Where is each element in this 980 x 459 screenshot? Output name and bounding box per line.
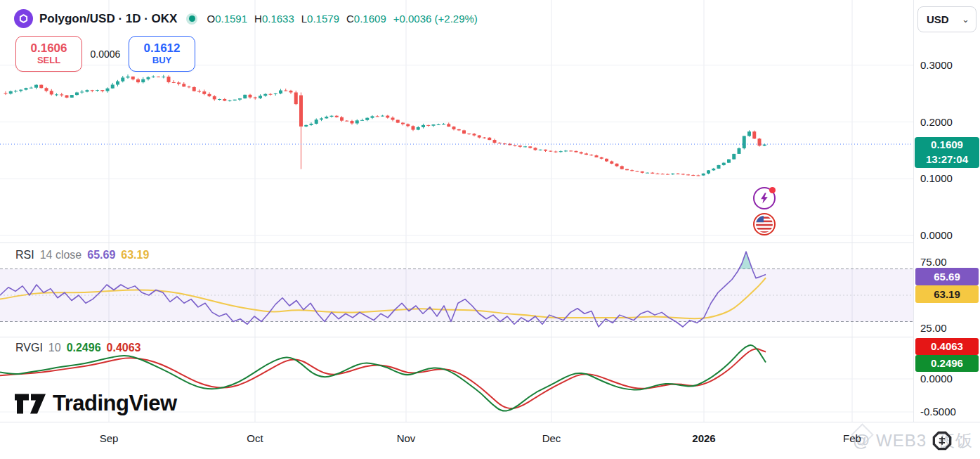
time-axis-label: Sep (100, 432, 119, 444)
candle-body (478, 136, 481, 138)
candle-body (651, 173, 654, 174)
candle-body (417, 127, 420, 130)
candle-body (91, 90, 94, 91)
price-axis[interactable]: USD ⌄ 0.30000.20000.10000.000075.0025.00… (913, 0, 980, 422)
candle-body (340, 117, 344, 121)
rvgi-value: 0.2496 (67, 342, 101, 354)
candle-body (50, 91, 53, 94)
candle-body (732, 154, 736, 160)
tradingview-logo[interactable]: TradingView (14, 391, 177, 416)
candle-body (391, 117, 395, 119)
tradingview-mark-icon (14, 393, 46, 415)
candle-body (712, 169, 715, 170)
candle-body (401, 123, 405, 124)
spread-value: 0.0006 (82, 49, 129, 60)
candle-body (462, 130, 466, 134)
candle-body (335, 116, 339, 117)
candle-body (564, 150, 568, 151)
candle-body (294, 92, 298, 104)
high-value: 0.1633 (262, 13, 294, 25)
candle-body (304, 125, 308, 127)
credit-prefix: @ WEB3 (853, 431, 927, 451)
candle-body (233, 100, 237, 101)
candle-body (167, 77, 171, 82)
candle-body (707, 170, 710, 173)
candle-body (610, 162, 613, 164)
price-tick-label: 0.0000 (920, 229, 953, 241)
candle-body (75, 93, 79, 96)
candle-body (172, 82, 176, 83)
candle-body (422, 125, 425, 127)
candle-body (259, 96, 262, 98)
open-label: O (207, 13, 215, 25)
candle-body (763, 145, 766, 146)
candle-body (569, 150, 573, 151)
candle-body (738, 148, 741, 154)
sell-price: 0.1606 (31, 41, 67, 55)
candle-body (299, 96, 303, 127)
symbol-legend[interactable]: Polygon/USD · 1D · OKX O0.1591 H0.1633 L… (14, 9, 478, 28)
pane-separator[interactable] (0, 243, 980, 243)
pane-separator[interactable] (0, 337, 980, 337)
market-status-icon[interactable] (186, 13, 197, 25)
buy-button[interactable]: 0.1612 BUY (129, 36, 195, 72)
candle-body (677, 174, 680, 174)
candle-body (544, 150, 547, 151)
candle-body (34, 85, 38, 88)
currency-selector[interactable]: USD ⌄ (917, 6, 976, 32)
us-flag-event-icon[interactable] (753, 213, 776, 235)
candle-body (238, 98, 242, 100)
rsi-ma-value-badge: 63.19 (915, 285, 979, 303)
candle-body (223, 99, 226, 101)
sell-button[interactable]: 0.1606 SELL (15, 36, 82, 72)
candle-body (243, 95, 247, 98)
rvgi-signal-value: 0.4063 (107, 342, 141, 354)
candle-body (213, 96, 216, 99)
candle-body (80, 91, 84, 92)
rsi-tick-label: 25.00 (920, 322, 947, 334)
last-price-value: 0.1609 (915, 137, 979, 152)
rvgi-params: 10 (48, 342, 61, 354)
time-axis[interactable]: @ WEB3 夜饭 SepOctNovDec2026Feb (0, 422, 980, 459)
rsi-tick-label: 75.00 (920, 256, 947, 268)
rvgi-tick-label: -0.5000 (920, 406, 956, 418)
candle-body (697, 175, 700, 176)
candle-body (162, 77, 165, 77)
candle-body (9, 91, 13, 93)
time-axis-label: 2026 (692, 432, 715, 444)
candle-body (106, 89, 110, 91)
candle-body (14, 91, 18, 91)
candle-body (325, 117, 328, 118)
price-tick-label: 0.2000 (920, 116, 953, 128)
candle-body (55, 94, 58, 95)
low-label: L (301, 13, 307, 25)
candle-body (681, 174, 685, 174)
candle-body (727, 160, 731, 163)
candle-body (365, 118, 369, 120)
candle-body (722, 163, 726, 165)
candle-body (60, 94, 63, 95)
rsi-legend[interactable]: RSI 14 close 65.69 63.19 (15, 249, 149, 261)
candle-body (620, 166, 624, 169)
time-axis-label: Feb (843, 432, 861, 444)
candle-body (376, 116, 379, 117)
candle-body (202, 91, 206, 94)
candle-body (330, 116, 334, 117)
candle-body (131, 77, 135, 79)
candle-body (136, 79, 140, 82)
time-axis-label: Oct (247, 432, 263, 444)
candle-body (228, 101, 232, 101)
candle-body (437, 124, 440, 125)
flash-event-icon[interactable] (753, 187, 776, 209)
candle-body (254, 98, 257, 98)
candle-body (488, 138, 491, 140)
candle-body (595, 155, 599, 157)
notification-dot (769, 187, 776, 193)
candle-body (396, 120, 400, 123)
candle-body (457, 129, 461, 130)
bar-countdown: 13:27:04 (915, 152, 979, 167)
rvgi-legend[interactable]: RVGI 10 0.2496 0.4063 (15, 342, 141, 354)
candle-body (691, 175, 695, 176)
price-tick-label: 0.3000 (920, 59, 953, 71)
candle-body (39, 85, 43, 89)
